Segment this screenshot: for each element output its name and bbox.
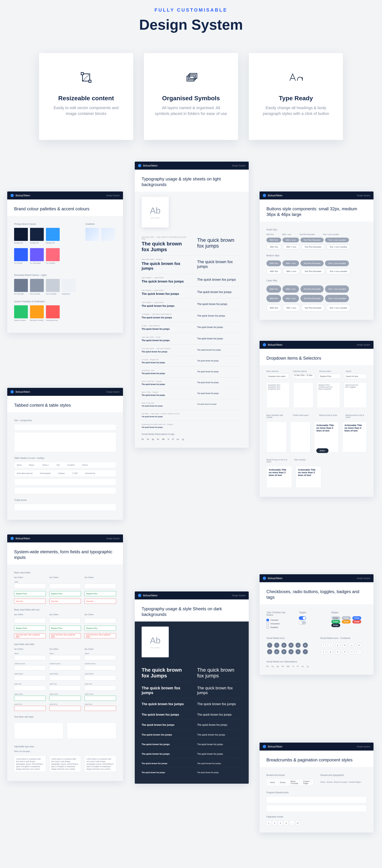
social-icon[interactable]: m	[288, 643, 293, 648]
profile-modal[interactable]	[290, 422, 311, 452]
account-list[interactable]: Stephen Price Cynthia Guerrero Ryan Carp…	[317, 382, 340, 408]
button[interactable]: Text Plus Rounded	[300, 238, 324, 242]
breadcrumb[interactable]: HomeEventsBrand ConceptsContent Pages	[266, 779, 313, 786]
textarea[interactable]	[67, 722, 116, 739]
page-number[interactable]: 3	[278, 820, 283, 825]
modal-prompt[interactable]: Actionable Title no more than 2 lines of…	[314, 422, 339, 452]
checkbox[interactable]: Checked	[266, 619, 292, 621]
textarea[interactable]: Lorem ipsum is a pseudo-Latin text used …	[14, 755, 46, 772]
text-input[interactable]	[50, 686, 81, 691]
button[interactable]: With Text	[266, 269, 281, 274]
dropdown[interactable]: Dropdown Item select	[266, 374, 289, 379]
button[interactable]: Text + icon rounded	[326, 304, 350, 311]
account-select[interactable]: Stephen Price	[318, 374, 341, 379]
calendar[interactable]	[293, 382, 314, 408]
text-input[interactable]	[14, 696, 46, 701]
text-input[interactable]	[85, 584, 116, 589]
button[interactable]: Text Plus Rounded	[301, 269, 325, 274]
modal-button[interactable]: Action	[316, 448, 328, 453]
page-number[interactable]: 2	[272, 820, 277, 825]
text-input[interactable]	[14, 706, 46, 711]
breadcrumb[interactable]: Home › Events › Brand Concepts › Content…	[320, 779, 367, 785]
button[interactable]: Text + icon rounded	[325, 238, 349, 242]
button[interactable]: With Text	[266, 260, 281, 266]
text-input[interactable]	[14, 655, 46, 660]
text-input[interactable]	[50, 665, 81, 670]
button[interactable]: Text Plus Rounded	[300, 295, 324, 302]
text-input[interactable]: Your text	[85, 599, 116, 604]
social-icon[interactable]: t	[274, 643, 279, 648]
modal-prompt[interactable]: Actionable Title no more than 2 lines of…	[266, 466, 292, 488]
button[interactable]: Text Plus Rounded	[301, 304, 325, 311]
button[interactable]: With + icon	[283, 238, 299, 242]
button[interactable]: Text + icon rounded	[325, 285, 349, 293]
text-input[interactable]	[85, 655, 116, 660]
modal-prompt[interactable]: Actionable Title no more than 2 lines of…	[342, 422, 367, 452]
button[interactable]: Text Plus Rounded	[300, 285, 324, 293]
text-input[interactable]	[85, 665, 116, 670]
text-input[interactable]	[14, 584, 46, 589]
button[interactable]: Text Plus Rounded	[301, 245, 325, 249]
icon-input[interactable]	[85, 618, 116, 623]
button[interactable]: Text Plus Rounded	[300, 260, 324, 266]
textarea[interactable]	[14, 722, 63, 739]
slide-example[interactable]: Actionable Title no more than 2 lines of…	[296, 466, 321, 488]
toggle-on[interactable]	[299, 616, 306, 620]
icon-input[interactable]	[50, 618, 81, 623]
button[interactable]: With + icon	[283, 295, 299, 302]
text-input[interactable]	[50, 655, 81, 660]
checkbox[interactable]: Unmarked	[266, 622, 292, 625]
button[interactable]: With + icon	[283, 304, 300, 311]
text-input[interactable]: Stephen Price	[85, 591, 116, 596]
text-input[interactable]	[14, 665, 46, 670]
button[interactable]: Text + icon rounded	[326, 269, 350, 274]
page-number[interactable]: 1	[266, 820, 271, 825]
search-input[interactable]: Search for item	[344, 374, 367, 379]
text-input[interactable]	[85, 676, 116, 681]
button[interactable]: With Text	[266, 295, 281, 302]
text-input[interactable]	[85, 706, 116, 711]
tab-bar[interactable]	[14, 424, 116, 430]
date-range[interactable]: 31 May 2016 – 31 May …	[292, 374, 315, 379]
text-input[interactable]	[14, 676, 46, 681]
text-input[interactable]	[85, 686, 116, 691]
text-input[interactable]	[50, 706, 81, 711]
icon-input[interactable]	[14, 618, 46, 623]
button[interactable]: With Text	[266, 245, 281, 249]
social-icon[interactable]: in	[303, 643, 308, 648]
text-input[interactable]	[85, 696, 116, 701]
social-icon[interactable]: p	[281, 643, 287, 648]
table-row[interactable]	[14, 487, 116, 494]
text-input[interactable]: Stephen Price	[50, 591, 81, 596]
text-input[interactable]	[50, 676, 81, 681]
pagination[interactable]: 1234…17	[266, 820, 367, 825]
text-input[interactable]: Your text	[50, 599, 81, 604]
button[interactable]: With + icon	[283, 245, 300, 249]
table-row[interactable]: Actionable placesetArchivingstedCollapse…	[14, 470, 116, 477]
search-suggest[interactable]: Quick brown fox link / suggest	[344, 382, 367, 408]
button[interactable]: With + icon	[283, 285, 299, 293]
text-input[interactable]: Your text	[14, 599, 46, 604]
social-icon[interactable]: f	[267, 643, 272, 648]
page-number[interactable]: 17	[295, 820, 300, 825]
dropdown-open[interactable]: Dropdown item Dropdown item Dropdown ite…	[266, 382, 290, 408]
button[interactable]: Text + icon rounded	[325, 260, 349, 266]
text-input[interactable]	[14, 686, 46, 691]
button[interactable]: With + icon	[283, 269, 300, 274]
textarea[interactable]: Lorem ipsum is a pseudo-Latin text used …	[85, 755, 116, 772]
number-dropdown[interactable]	[266, 422, 287, 452]
textarea[interactable]: Lorem ipsum is a pseudo-Latin text used …	[50, 755, 81, 772]
table-row[interactable]	[14, 478, 116, 486]
social-icon[interactable]: y	[295, 643, 300, 648]
button[interactable]: With Text	[266, 304, 281, 311]
toggle-off[interactable]	[299, 621, 306, 625]
button[interactable]: With + icon	[283, 260, 299, 266]
page-number[interactable]: …	[290, 820, 294, 825]
button[interactable]: Text + icon rounded	[326, 245, 350, 249]
page-number[interactable]: 4	[284, 820, 288, 825]
button[interactable]: With Text	[266, 285, 281, 293]
button[interactable]: Text + icon rounded	[325, 295, 349, 302]
checkbox[interactable]: Disabled	[266, 626, 292, 628]
button[interactable]: With Text	[266, 238, 281, 242]
text-input[interactable]	[50, 584, 81, 589]
